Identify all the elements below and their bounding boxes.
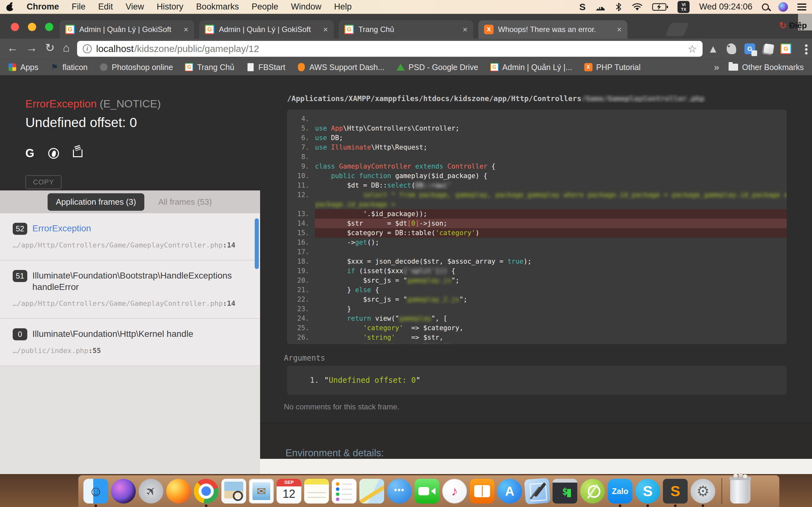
other-bookmarks[interactable]: Other Bookmarks xyxy=(728,63,804,72)
cloud-pause-icon[interactable]: ☁ xyxy=(595,2,605,12)
zoom-window-button[interactable] xyxy=(45,23,53,31)
page-info-icon[interactable]: i xyxy=(83,44,92,53)
url-bar[interactable]: i localhost /kidszone/public/gameplay/12… xyxy=(77,41,703,57)
tab-whoops-active[interactable]: X Whoops! There was an error. × xyxy=(478,20,627,39)
dock-trash-icon[interactable] xyxy=(730,479,751,504)
menubar-clock[interactable]: Wed 09:24:06 xyxy=(699,2,752,12)
bookmark-aws[interactable]: AWS Support Dash... xyxy=(297,63,385,72)
dock-reminders-icon[interactable] xyxy=(332,479,357,504)
menubar-app-name[interactable]: Chrome xyxy=(27,2,59,12)
stack-frame-0[interactable]: 0 Illuminate\Foundation\Http\Kernel hand… xyxy=(0,319,260,366)
new-tab-button[interactable] xyxy=(665,23,689,36)
menu-bookmarks[interactable]: Bookmarks xyxy=(196,2,239,12)
apple-menu-icon[interactable] xyxy=(6,3,14,11)
dock-siri-icon[interactable] xyxy=(111,479,136,504)
application-frames-tab[interactable]: Application frames (3) xyxy=(48,193,144,211)
browser-menu-button[interactable] xyxy=(805,44,808,47)
bookmarks-overflow-chevron[interactable]: » xyxy=(714,62,719,72)
close-tab-icon[interactable]: × xyxy=(323,25,328,35)
frame-path: …/app/Http/Controllers/Game/GameplayCont… xyxy=(13,299,247,307)
bluetooth-icon[interactable] xyxy=(615,2,622,12)
bookmark-admin[interactable]: G Admin | Quản Lý |... xyxy=(490,63,572,72)
bookmark-apps[interactable]: Apps xyxy=(8,63,38,72)
dock-maps-icon[interactable] xyxy=(359,479,384,504)
dock-firefox-icon[interactable] xyxy=(166,479,191,504)
duckduckgo-search-icon[interactable] xyxy=(48,148,59,159)
code-viewer[interactable]: 4.5.use App\Http\Controllers\Controller;… xyxy=(287,110,786,344)
tab-admin-1[interactable]: G Admin | Quản Lý | GokiSoft × xyxy=(60,20,194,39)
stack-frame-52[interactable]: 52 ErrorException …/app/Http/Controllers… xyxy=(0,213,260,261)
dock-xcode-icon[interactable] xyxy=(524,478,550,504)
bookmark-photoshop-online[interactable]: Photoshop online xyxy=(100,63,173,72)
input-source-badge[interactable]: VI TX xyxy=(677,1,690,13)
all-frames-tab[interactable]: All frames (53) xyxy=(158,197,212,207)
tab-trang-chu[interactable]: G Trang Chủ × xyxy=(339,20,473,39)
notification-center-icon[interactable] xyxy=(798,3,806,5)
gokisoft-extension-icon[interactable]: G xyxy=(780,43,792,55)
environment-table-area xyxy=(260,459,812,474)
siri-icon[interactable] xyxy=(778,2,788,12)
bookmark-flaticon[interactable]: ⚑ flaticon xyxy=(50,63,88,72)
dock-facetime-icon[interactable] xyxy=(415,479,439,504)
dock-terminal-icon[interactable]: $ xyxy=(553,479,577,504)
dock-systemprefs-icon[interactable]: ⚙ xyxy=(691,479,715,504)
cube-extension-icon[interactable] xyxy=(763,43,775,55)
close-tab-icon[interactable]: × xyxy=(617,25,622,35)
frames-scrollbar[interactable] xyxy=(255,218,259,269)
menu-history[interactable]: History xyxy=(157,2,183,12)
reload-button[interactable]: ↻ xyxy=(45,41,55,55)
parrot-extension-icon[interactable] xyxy=(725,43,738,55)
bookmark-psd-drive[interactable]: PSD - Google Drive xyxy=(397,63,478,72)
forward-button[interactable]: → xyxy=(26,41,38,55)
dock-ibooks-icon[interactable] xyxy=(470,479,495,504)
bookmark-trang-chu[interactable]: G Trang Chủ xyxy=(185,63,234,72)
dock-androidstudio-icon[interactable] xyxy=(580,479,605,504)
dock-finder-icon[interactable]: ☺ xyxy=(84,479,108,504)
dock-chrome-icon[interactable] xyxy=(194,479,218,504)
copy-button[interactable]: COPY xyxy=(26,175,61,189)
drive-extension-icon[interactable]: ▲ xyxy=(707,43,719,55)
whoops-sidebar: ErrorException (E_NOTICE) Undefined offs… xyxy=(0,75,260,474)
url-path: /kidszone/public/gameplay/12 xyxy=(134,43,683,54)
bookmark-php-tutorial[interactable]: X PHP Tutorial xyxy=(584,63,641,72)
dock: ☺✈✉12SEP•••♪A$ZaloSS⚙ xyxy=(78,475,779,507)
wifi-icon[interactable] xyxy=(632,3,643,11)
dock-appstore-icon[interactable]: A xyxy=(497,479,522,504)
dock-notes-icon[interactable] xyxy=(304,479,329,504)
translate-extension-icon[interactable]: G xyxy=(744,43,756,55)
dock-zalo-icon[interactable]: Zalo xyxy=(608,479,632,504)
menu-file[interactable]: File xyxy=(72,2,86,12)
menu-view[interactable]: View xyxy=(125,2,144,12)
profile-chip[interactable]: ↻ Điệp xyxy=(779,20,807,31)
stack-frame-51[interactable]: 51 Illuminate\Foundation\Bootstrap\Handl… xyxy=(0,261,260,319)
tab-admin-2[interactable]: G Admin | Quản Lý | GokiSoft × xyxy=(199,20,334,39)
dock-preview-icon[interactable] xyxy=(221,479,246,504)
dock-skype-icon[interactable]: S xyxy=(635,479,660,504)
dock-launchpad-icon[interactable]: ✈ xyxy=(139,479,163,504)
code-line: 17. xyxy=(287,247,786,257)
back-button[interactable]: ← xyxy=(7,41,18,55)
stack-frames-list: 52 ErrorException …/app/Http/Controllers… xyxy=(0,213,260,507)
close-tab-icon[interactable]: × xyxy=(184,25,189,35)
battery-charging-icon[interactable] xyxy=(652,3,668,11)
home-button[interactable]: ⌂ xyxy=(63,41,70,55)
menu-help[interactable]: Help xyxy=(334,2,352,12)
dock-sublime-icon[interactable]: S xyxy=(663,479,688,504)
skype-status-icon[interactable]: S xyxy=(579,2,586,12)
menu-people[interactable]: People xyxy=(252,2,278,12)
menu-edit[interactable]: Edit xyxy=(98,2,113,12)
gokisoft-favicon: G xyxy=(185,63,193,71)
google-search-icon[interactable]: G xyxy=(26,147,34,160)
close-tab-icon[interactable]: × xyxy=(463,25,467,35)
minimize-window-button[interactable] xyxy=(28,23,36,31)
dock-mail-icon[interactable]: ✉ xyxy=(249,479,274,504)
spotlight-icon[interactable] xyxy=(762,3,769,10)
dock-itunes-icon[interactable]: ♪ xyxy=(442,479,467,504)
dock-calendar-icon[interactable]: 12SEP xyxy=(276,479,301,504)
bookmark-fbstart[interactable]: FBStart xyxy=(247,63,286,72)
stackoverflow-search-icon[interactable] xyxy=(73,150,83,157)
bookmark-star-icon[interactable]: ☆ xyxy=(688,43,697,55)
dock-messages-icon[interactable]: ••• xyxy=(387,479,412,504)
menu-window[interactable]: Window xyxy=(291,2,321,12)
close-window-button[interactable] xyxy=(11,23,19,31)
